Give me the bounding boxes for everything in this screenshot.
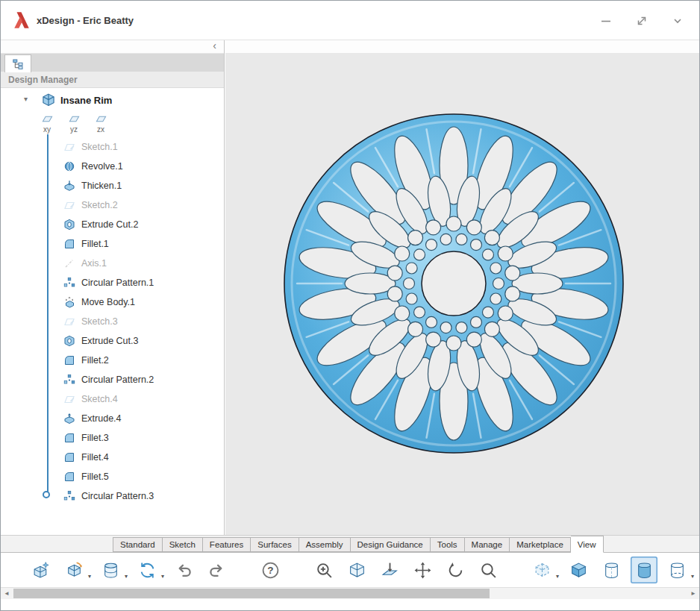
normal-to-button[interactable] — [376, 557, 403, 583]
tree-item-circular-pattern-2[interactable]: Circular Pattern.2 — [1, 370, 224, 389]
tree-item-fillet-2[interactable]: Fillet.2 — [1, 351, 224, 370]
tree-item-circular-pattern-1[interactable]: Circular Pattern.1 — [1, 273, 224, 292]
tree-item-label: Circular Pattern.1 — [81, 278, 154, 288]
xdesign-logo-icon — [12, 10, 31, 30]
help-button[interactable]: ? — [257, 557, 284, 583]
ribbon-tabs: StandardSketchFeaturesSurfacesAssemblyDe… — [1, 535, 699, 553]
update-button-caret[interactable]: ▾ — [161, 573, 164, 583]
extrude-icon — [63, 413, 75, 424]
hidden-lines-button[interactable] — [598, 557, 625, 583]
update-button[interactable] — [134, 557, 160, 583]
tree-item-extrude-4[interactable]: Extrude.4 — [1, 409, 224, 428]
tree-item-fillet-5[interactable]: Fillet.5 — [1, 467, 224, 486]
insert-component-button-caret[interactable]: ▾ — [88, 573, 91, 583]
tree-item-label: Sketch.1 — [81, 142, 118, 152]
tab-features[interactable]: Features — [203, 537, 251, 552]
resize-expand-button[interactable] — [634, 13, 650, 29]
tree-item-circular-pattern-3[interactable]: Circular Pattern.3 — [1, 486, 224, 506]
plane-item-yz[interactable]: yz — [62, 113, 86, 134]
minimize-button[interactable] — [598, 13, 614, 29]
new-3d-shape-button[interactable] — [28, 557, 54, 583]
bottom-bar: StandardSketchFeaturesSurfacesAssemblyDe… — [1, 535, 699, 610]
scroll-right-button[interactable]: ► — [687, 588, 699, 599]
save-button-caret[interactable]: ▾ — [125, 573, 128, 583]
expander-triangle-icon[interactable]: ▾ — [24, 95, 28, 103]
tree-item-thicken-1[interactable]: Thicken.1 — [1, 176, 224, 195]
title-bar: xDesign - Eric Beatty — [1, 1, 699, 40]
tree-item-extrude-cut-2[interactable]: Extrude Cut.2 — [1, 215, 224, 234]
undo-button-group — [170, 557, 197, 583]
wireframe-button[interactable] — [663, 557, 690, 583]
shaded-button[interactable] — [631, 557, 657, 583]
insane-rim-model[interactable] — [282, 112, 625, 455]
collapse-panel-button[interactable]: ‹ — [209, 40, 220, 52]
tree-item-extrude-cut-3[interactable]: Extrude Cut.3 — [1, 331, 224, 351]
design-manager-panel: ‹ Design Manager ▾ Insane Rim xyyzzx Ske… — [1, 40, 225, 535]
tree-item-move-body-1[interactable]: Move Body.1 — [1, 292, 224, 312]
window-title: xDesign - Eric Beatty — [37, 1, 134, 40]
tree-item-fillet-1[interactable]: Fillet.1 — [1, 234, 224, 254]
redo-button[interactable] — [203, 557, 230, 583]
tree-item-fillet-3[interactable]: Fillet.3 — [1, 428, 224, 448]
tree-item-label: Extrude Cut.2 — [81, 219, 138, 230]
tree-item-sketch-2[interactable]: Sketch.2 — [1, 195, 224, 215]
tab-marketplace[interactable]: Marketplace — [510, 537, 571, 552]
scrollbar-thumb[interactable] — [13, 589, 490, 598]
plane-label: xy — [35, 125, 59, 134]
rollback-marker[interactable] — [43, 491, 50, 498]
horizontal-scrollbar[interactable]: ◄ ► — [1, 587, 699, 599]
isometric-view-button[interactable] — [343, 557, 370, 583]
design-manager-tab[interactable] — [4, 54, 31, 72]
tab-manage[interactable]: Manage — [465, 537, 510, 552]
insert-component-button[interactable] — [60, 557, 87, 583]
sketch-icon — [63, 199, 75, 211]
scroll-left-button[interactable]: ◄ — [1, 588, 13, 599]
tab-design-guidance[interactable]: Design Guidance — [351, 537, 431, 552]
graphics-viewport[interactable] — [225, 40, 699, 535]
tree-item-revolve-1[interactable]: Revolve.1 — [1, 157, 224, 176]
circular-pattern-icon — [63, 490, 75, 502]
zoom-fit-button[interactable] — [310, 557, 337, 583]
tree-item-fillet-4[interactable]: Fillet.4 — [1, 448, 224, 467]
plane-item-zx[interactable]: zx — [89, 113, 113, 134]
zoom-fit-button-group — [310, 557, 337, 583]
tab-surfaces[interactable]: Surfaces — [251, 537, 299, 552]
tab-assembly[interactable]: Assembly — [299, 537, 351, 552]
save-button-group: ▾ — [97, 557, 128, 583]
tree-item-axis-1[interactable]: Axis.1 — [1, 254, 224, 273]
plane-label: yz — [62, 125, 86, 134]
tab-sketch[interactable]: Sketch — [163, 537, 203, 552]
tab-tools[interactable]: Tools — [431, 537, 465, 552]
thicken-icon — [63, 180, 75, 192]
rotate-view-button[interactable] — [442, 557, 469, 583]
plane-label: zx — [89, 125, 113, 134]
tab-view[interactable]: View — [571, 536, 604, 553]
plane-item-xy[interactable]: xy — [35, 113, 59, 134]
pan-button[interactable] — [409, 557, 436, 583]
new-3d-shape-button-group — [28, 557, 54, 583]
tree-item-sketch-3[interactable]: Sketch.3 — [1, 312, 224, 331]
shaded-button-group — [631, 557, 657, 583]
tree-item-sketch-4[interactable]: Sketch.4 — [1, 389, 224, 409]
hide-show-button[interactable] — [528, 557, 555, 583]
save-button[interactable] — [97, 557, 124, 583]
zoom-button[interactable] — [475, 557, 501, 583]
wireframe-button-caret[interactable]: ▾ — [691, 573, 694, 583]
window-menu-chevron-button[interactable] — [669, 13, 686, 29]
tree-item-label: Sketch.2 — [81, 200, 118, 210]
sketch-icon — [63, 316, 75, 328]
tree-item-label: Thicken.1 — [81, 181, 122, 191]
extrude-cut-icon — [63, 219, 75, 231]
tree-item-label: Fillet.3 — [81, 433, 109, 443]
tree-root-label: Insane Rim — [60, 95, 112, 106]
panel-header: Design Manager — [1, 72, 224, 88]
tree-root-row[interactable]: ▾ Insane Rim — [1, 91, 224, 110]
tree-item-sketch-1[interactable]: Sketch.1 — [1, 137, 224, 157]
viewport-top-strip — [225, 40, 699, 53]
hide-show-button-caret[interactable]: ▾ — [556, 573, 559, 583]
shaded-with-edges-button[interactable] — [565, 557, 592, 583]
redo-button-group — [203, 557, 230, 583]
undo-button[interactable] — [170, 557, 197, 583]
tab-standard[interactable]: Standard — [113, 537, 163, 552]
xdesign-window: xDesign - Eric Beatty ‹ Design Manager ▾ — [0, 0, 700, 611]
